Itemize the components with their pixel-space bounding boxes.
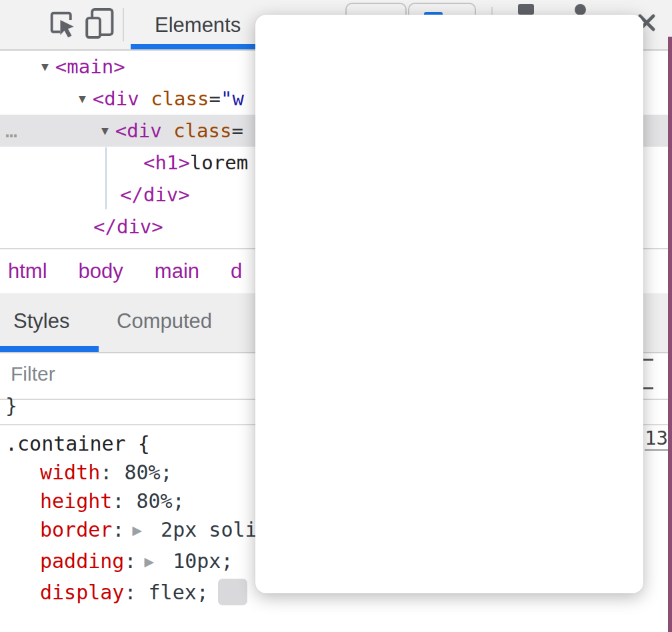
shorthand-expander-icon[interactable]: ▶: [132, 516, 142, 545]
styles-filter-input[interactable]: [11, 363, 251, 385]
css-colon: :: [112, 489, 124, 513]
expand-arrow-icon[interactable]: ▼: [101, 115, 109, 147]
hidden-icon-fragment: [518, 4, 534, 15]
css-colon: :: [124, 581, 136, 604]
breadcrumb-item-html[interactable]: html: [8, 249, 47, 293]
dom-token-tag: <div: [93, 87, 139, 110]
css-colon: :: [100, 461, 112, 484]
toolbar-divider: [123, 8, 124, 41]
css-colon: :: [124, 549, 136, 573]
dom-token-tag: <h1>: [143, 151, 190, 174]
hidden-icon-fragment: [575, 4, 586, 15]
css-property-value: 2px soli: [149, 518, 257, 541]
css-property-name: width: [40, 461, 100, 484]
breadcrumb-item-body[interactable]: body: [79, 249, 123, 293]
dom-token-punct: =: [209, 87, 220, 110]
dom-token-tag: </div>: [93, 215, 163, 238]
dom-token-attr: class: [173, 119, 231, 142]
dom-token-plain: [139, 87, 151, 110]
css-property-name: border: [40, 518, 112, 541]
dom-token-value: "w: [221, 87, 244, 110]
dom-token-tag: <main>: [55, 55, 125, 78]
dom-token-attr: class: [151, 87, 209, 110]
expand-arrow-icon[interactable]: ▼: [41, 51, 49, 83]
shorthand-expander-icon[interactable]: ▶: [145, 547, 155, 576]
tab-computed[interactable]: Computed: [117, 309, 212, 333]
flex-editor-toggle-button[interactable]: [218, 579, 247, 605]
more-actions-ellipsis-icon[interactable]: …: [5, 115, 19, 147]
css-property-value: 80%;: [124, 489, 184, 513]
breadcrumb-item-d[interactable]: d: [231, 249, 242, 293]
page-edge-strip: [668, 37, 672, 632]
dom-token-tag: </div>: [120, 183, 190, 206]
css-property-name: padding: [40, 549, 124, 573]
tab-styles[interactable]: Styles: [13, 309, 69, 333]
css-colon: :: [112, 518, 124, 541]
css-property-value: flex;: [137, 581, 209, 604]
device-toolbar-icon[interactable]: [84, 7, 116, 40]
dom-token-plain: [162, 119, 173, 142]
css-property-value: 10px;: [161, 549, 233, 573]
css-property-value: 80%;: [112, 461, 172, 484]
tab-elements[interactable]: Elements: [155, 13, 241, 37]
active-tab-underline: [131, 44, 262, 49]
css-property-name: display: [40, 581, 124, 604]
devtools-window: Elements ▼<main>▼<div class="w…▼<div cla…: [0, 0, 672, 632]
dom-token-plain: lorem: [190, 151, 248, 174]
active-tab-underline: [0, 346, 99, 352]
css-property-name: height: [40, 489, 112, 513]
dom-token-punct: =: [231, 119, 243, 142]
inspect-element-icon[interactable]: [47, 8, 77, 39]
stylesheet-line-link[interactable]: 13: [645, 427, 668, 451]
breadcrumb-item-main[interactable]: main: [155, 249, 199, 293]
dom-token-tag: <div: [115, 119, 162, 142]
flexbox-editor-popup: [255, 15, 643, 593]
expand-arrow-icon[interactable]: ▼: [79, 83, 86, 115]
